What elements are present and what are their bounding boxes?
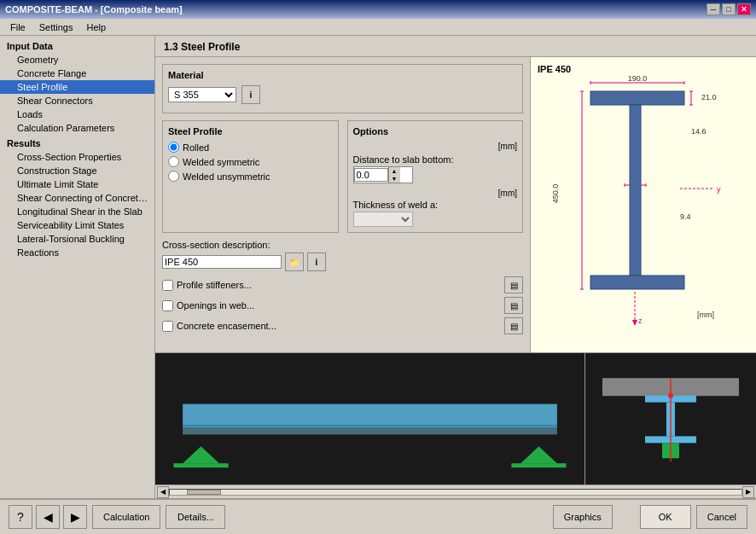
sidebar-item-loads[interactable]: Loads xyxy=(0,107,154,121)
distance-input[interactable] xyxy=(354,168,388,182)
close-button[interactable]: ✕ xyxy=(737,3,751,15)
distance-down-btn[interactable]: ▼ xyxy=(388,175,400,183)
sidebar-item-shear-connecting[interactable]: Shear Connecting of Concrete S... xyxy=(0,191,154,205)
cross-section-row: Cross-section description: 📁 i xyxy=(162,240,523,271)
svg-text:9.4: 9.4 xyxy=(680,212,691,221)
thickness-row: Thickness of weld a: xyxy=(353,200,518,227)
menu-file[interactable]: File xyxy=(3,20,32,34)
svg-text:[mm]: [mm] xyxy=(697,311,714,319)
cross-section-label: Cross-section description: xyxy=(162,240,523,250)
material-select[interactable]: S 355 S 235 S 275 S 420 S 460 xyxy=(168,87,236,102)
openings-btn[interactable]: ▤ xyxy=(504,297,523,314)
distance-spinner[interactable]: ▲ ▼ xyxy=(353,166,413,183)
encasement-btn[interactable]: ▤ xyxy=(504,317,523,334)
svg-text:z: z xyxy=(638,316,643,325)
profile-folder-btn[interactable]: 📁 xyxy=(285,252,304,271)
scrollbar-thumb[interactable] xyxy=(187,490,221,495)
stiffeners-label: Profile stiffeners... xyxy=(177,280,252,290)
footer-back-btn[interactable]: ◀ xyxy=(36,505,60,529)
bottom-left-view xyxy=(155,353,585,485)
title-bar-buttons: ─ □ ✕ xyxy=(707,3,751,15)
sidebar: Input Data Geometry Concrete Flange Stee… xyxy=(0,36,155,498)
svg-rect-30 xyxy=(183,427,557,434)
stiffeners-btn[interactable]: ▤ xyxy=(504,276,523,293)
graphics-button[interactable]: Graphics xyxy=(553,505,613,529)
check-stiffeners: Profile stiffeners... ▤ xyxy=(162,276,523,293)
details-button[interactable]: Details... xyxy=(166,505,225,529)
sidebar-item-steel-profile[interactable]: Steel Profile xyxy=(0,80,154,94)
sidebar-results-section: Results xyxy=(0,135,154,150)
distance-spinner-btns: ▲ ▼ xyxy=(388,167,400,183)
options-title: Options xyxy=(353,126,518,136)
distance-row: Distance to slab bottom: ▲ ▼ xyxy=(353,154,518,183)
sidebar-item-geometry[interactable]: Geometry xyxy=(0,53,154,67)
bottom-scrollbar: ◀ ▶ xyxy=(155,485,756,498)
material-group: Material S 355 S 235 S 275 S 420 S 460 i xyxy=(162,64,523,113)
sidebar-item-cross-section[interactable]: Cross-Section Properties xyxy=(0,150,154,164)
profile-options-row: Steel Profile Rolled Welded symmetric xyxy=(162,120,523,233)
sidebar-item-serviceability[interactable]: Serviceability Limit States xyxy=(0,218,154,232)
sidebar-item-reactions[interactable]: Reactions xyxy=(0,246,154,259)
bottom-right-view xyxy=(585,353,756,485)
scrollbar-track[interactable] xyxy=(169,489,742,496)
beam-svg xyxy=(155,353,584,485)
content-area: Input Data Geometry Concrete Flange Stee… xyxy=(0,36,756,498)
sidebar-item-calc-params[interactable]: Calculation Parameters xyxy=(0,121,154,135)
material-label: Material xyxy=(168,70,517,80)
svg-rect-1 xyxy=(630,105,641,276)
svg-marker-24 xyxy=(632,320,637,326)
svg-text:14.6: 14.6 xyxy=(691,127,707,136)
sidebar-item-longitudinal-shear[interactable]: Longitudinal Shear in the Slab xyxy=(0,205,154,218)
scroll-left-arrow[interactable]: ◀ xyxy=(157,486,169,498)
menu-help[interactable]: Help xyxy=(79,20,113,34)
check-openings: Openings in web... ▤ xyxy=(162,297,523,314)
footer-bar: ? ◀ ▶ Calculation Details... Graphics OK… xyxy=(0,498,756,534)
svg-rect-34 xyxy=(511,463,566,467)
profile-input[interactable] xyxy=(162,255,282,269)
sidebar-item-construction[interactable]: Construction Stage xyxy=(0,164,154,177)
stiffeners-checkbox[interactable] xyxy=(162,280,173,291)
sidebar-input-section: Input Data xyxy=(0,39,154,53)
svg-point-44 xyxy=(668,393,673,398)
svg-rect-0 xyxy=(590,91,684,105)
distance-up-btn[interactable]: ▲ xyxy=(388,167,400,175)
svg-rect-29 xyxy=(183,425,557,427)
openings-checkbox[interactable] xyxy=(162,300,173,311)
ok-button[interactable]: OK xyxy=(640,505,691,529)
sidebar-item-shear-connectors[interactable]: Shear Connectors xyxy=(0,94,154,107)
steel-profile-title: Steel Profile xyxy=(168,126,333,136)
radio-group: Rolled Welded symmetric Welded unsymmetr… xyxy=(168,142,333,182)
footer-left: ? ◀ ▶ xyxy=(9,505,87,529)
ipe-label: IPE 450 xyxy=(538,64,571,74)
maximize-button[interactable]: □ xyxy=(722,3,736,15)
radio-welded-sym[interactable]: Welded symmetric xyxy=(168,156,333,167)
unit-label-mm: [mm] xyxy=(353,142,518,151)
form-graphics-area: Material S 355 S 235 S 275 S 420 S 460 i xyxy=(155,57,756,352)
minimize-button[interactable]: ─ xyxy=(707,3,720,15)
calculation-button[interactable]: Calculation xyxy=(92,505,160,529)
radio-rolled[interactable]: Rolled xyxy=(168,142,333,153)
steel-profile-box: Steel Profile Rolled Welded symmetric xyxy=(162,120,339,233)
footer-forward-btn[interactable]: ▶ xyxy=(63,505,87,529)
footer-help-btn[interactable]: ? xyxy=(9,505,32,529)
menu-settings[interactable]: Settings xyxy=(32,20,80,34)
unit-label-mm2: [mm] xyxy=(353,189,518,198)
radio-welded-unsym[interactable]: Welded unsymmetric xyxy=(168,171,333,182)
sidebar-item-concrete-flange[interactable]: Concrete Flange xyxy=(0,67,154,80)
sidebar-item-ultimate[interactable]: Ultimate Limit State xyxy=(0,177,154,191)
distance-label: Distance to slab bottom: xyxy=(353,154,518,165)
title-text: COMPOSITE-BEAM - [Composite beam] xyxy=(5,4,183,15)
material-info-button[interactable]: i xyxy=(241,85,260,104)
encasement-checkbox[interactable] xyxy=(162,321,173,332)
sidebar-item-lateral-torsional[interactable]: Lateral-Torsional Buckling xyxy=(0,232,154,246)
graphics-area: IPE 450 xyxy=(531,57,756,352)
svg-text:190.0: 190.0 xyxy=(628,74,648,83)
cross-section-small-svg xyxy=(585,353,756,485)
cancel-button[interactable]: Cancel xyxy=(696,505,747,529)
check-encasement: Concrete encasement... ▤ xyxy=(162,317,523,334)
menu-bar: File Settings Help xyxy=(0,19,756,36)
svg-rect-2 xyxy=(590,276,684,289)
profile-info-btn[interactable]: i xyxy=(307,252,326,271)
profile-desc-row: 📁 i xyxy=(162,252,523,271)
scroll-right-arrow[interactable]: ▶ xyxy=(742,486,754,498)
